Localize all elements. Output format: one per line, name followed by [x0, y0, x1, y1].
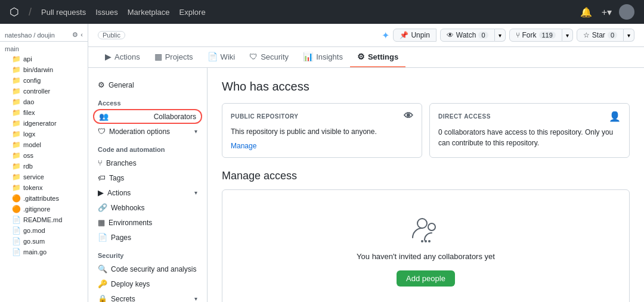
sidebar-item-config[interactable]: 📁config: [0, 75, 88, 86]
tab-label: Settings: [368, 52, 398, 61]
sidebar-item-go-mod[interactable]: 📄go.mod: [0, 225, 88, 236]
star-decoration-icon: ✦: [382, 30, 389, 41]
tags-icon: 🏷: [98, 173, 106, 182]
settings-environments-item[interactable]: ▦Environments: [88, 215, 207, 230]
star-dropdown-caret[interactable]: ▾: [624, 29, 634, 42]
avatar[interactable]: [619, 4, 634, 20]
settings-secrets-item[interactable]: 🔒Secrets ▾: [88, 291, 207, 302]
tab-security[interactable]: 🛡 Security: [242, 47, 296, 67]
fork-button[interactable]: ⑂ Fork 119: [509, 29, 562, 42]
access-cards: PUBLIC REPOSITORY 👁 This repository is p…: [222, 103, 630, 158]
unpin-button[interactable]: 📌 Unpin: [393, 29, 436, 42]
nav-issues[interactable]: Issues: [95, 8, 118, 17]
public-card-description: This repository is public and visible to…: [231, 126, 413, 137]
actions-icon: ▶: [98, 188, 104, 197]
settings-tab-icon: ⚙: [357, 52, 365, 61]
fork-dropdown-caret[interactable]: ▾: [562, 29, 573, 42]
settings-collaborators-item[interactable]: 👥 Collaborators: [93, 109, 202, 124]
tab-settings[interactable]: ⚙ Settings: [350, 47, 405, 67]
deploy-keys-icon: 🔑: [98, 279, 107, 288]
settings-code-security-item[interactable]: 🔍Code security and analysis: [88, 261, 207, 276]
star-button[interactable]: ☆ Star 0: [577, 29, 624, 42]
nav-marketplace[interactable]: Marketplace: [128, 8, 170, 17]
sidebar-item-idgenerator[interactable]: 📁idgenerator: [0, 118, 88, 129]
sidebar-item-logx[interactable]: 📁logx: [0, 129, 88, 139]
pages-label: Pages: [111, 233, 131, 242]
folder-icon: 📁: [12, 55, 21, 63]
collaborators-label: Collaborators: [154, 113, 196, 121]
item-label: .gitattributes: [23, 195, 59, 202]
deploy-keys-label: Deploy keys: [111, 280, 150, 288]
sidebar-item-rdb[interactable]: 📁rdb: [0, 161, 88, 172]
code-security-icon: 🔍: [98, 264, 107, 273]
star-label: Star: [592, 31, 605, 39]
add-people-button[interactable]: Add people: [397, 270, 455, 287]
tab-label: Security: [261, 52, 289, 61]
public-repo-card: PUBLIC REPOSITORY 👁 This repository is p…: [222, 103, 422, 158]
direct-access-card: DIRECT ACCESS 👤 0 collaborators have acc…: [429, 103, 630, 158]
settings-tags-item[interactable]: 🏷Tags: [88, 170, 207, 185]
sidebar-item-bin-darwin[interactable]: 📁bin/darwin: [0, 64, 88, 75]
manage-access-section: Manage access: [222, 170, 630, 302]
security-heading: Security: [88, 250, 207, 261]
code-security-label: Code security and analysis: [111, 265, 196, 273]
sidebar-item-gitignore[interactable]: 🟠.gitignore: [0, 204, 88, 214]
breadcrumb-slash: /: [29, 6, 32, 18]
sidebar-item-service[interactable]: 📁service: [0, 172, 88, 182]
sidebar-item-oss[interactable]: 📁oss: [0, 150, 88, 161]
sidebar-item-dao[interactable]: 📁dao: [0, 96, 88, 107]
settings-actions-item[interactable]: ▶Actions ▾: [88, 185, 207, 200]
branches-icon: ⑂: [98, 158, 103, 167]
sidebar-item-go-sum[interactable]: 📄go.sum: [0, 236, 88, 247]
empty-state-box: You haven't invited any collaborators ye…: [222, 189, 630, 302]
nav-pull-requests[interactable]: Pull requests: [41, 8, 86, 17]
notifications-bell-icon[interactable]: 🔔: [578, 4, 595, 20]
item-label: model: [23, 141, 41, 148]
settings-webhooks-item[interactable]: 🔗Webhooks: [88, 200, 207, 215]
plus-menu-icon[interactable]: +▾: [599, 4, 614, 20]
tab-label: Wiki: [221, 52, 236, 61]
nav-explore[interactable]: Explore: [179, 8, 206, 17]
insights-tab-icon: 📊: [303, 52, 313, 61]
watch-dropdown-caret[interactable]: ▾: [495, 29, 506, 42]
sidebar-header: nateshao / doujin ⚙ ‹: [0, 29, 88, 42]
svg-point-0: [417, 219, 427, 228]
tab-wiki[interactable]: 📄 Wiki: [200, 47, 243, 67]
sidebar-item-model[interactable]: 📁model: [0, 139, 88, 150]
settings-general-item[interactable]: ⚙General: [88, 77, 207, 92]
file-icon: 📄: [12, 248, 21, 256]
settings-pages-item[interactable]: 📄Pages: [88, 230, 207, 245]
sidebar-item-api[interactable]: 📁api: [0, 54, 88, 64]
settings-general-section: ⚙General: [88, 77, 207, 92]
collapse-icon[interactable]: ‹: [80, 31, 83, 39]
sidebar-item-readme[interactable]: 📄README.md: [0, 214, 88, 225]
svg-point-1: [428, 223, 435, 231]
watch-button[interactable]: 👁 Watch 0: [440, 29, 495, 42]
settings-icon[interactable]: ⚙: [72, 31, 78, 39]
secrets-icon: 🔒: [98, 294, 107, 302]
tab-insights[interactable]: 📊 Insights: [296, 47, 350, 67]
settings-deploy-keys-item[interactable]: 🔑Deploy keys: [88, 276, 207, 291]
sidebar-item-main-go[interactable]: 📄main.go: [0, 247, 88, 257]
item-label: README.md: [23, 216, 62, 223]
secrets-caret-icon: ▾: [194, 295, 197, 302]
sidebar-item-controller[interactable]: 📁controller: [0, 86, 88, 96]
item-label: bin/darwin: [23, 66, 53, 73]
settings-layout: ⚙General Access 👥 Collaborators 🛡Moderat…: [88, 68, 644, 302]
tags-label: Tags: [109, 174, 124, 182]
manage-link[interactable]: Manage: [231, 142, 413, 150]
sidebar-item-filex[interactable]: 📁filex: [0, 107, 88, 118]
security-tab-icon: 🛡: [249, 52, 258, 61]
settings-branches-item[interactable]: ⑂Branches: [88, 155, 207, 170]
repo-actions: ✦ 📌 Unpin 👁 Watch 0 ▾ ⑂ Fork 119 ▾ ☆ Sta…: [382, 29, 634, 42]
tab-projects[interactable]: ▦ Projects: [147, 47, 200, 67]
eye-icon: 👁: [404, 111, 414, 122]
folder-icon: 📁: [12, 151, 21, 160]
settings-moderation-item[interactable]: 🛡Moderation options ▾: [88, 124, 207, 139]
github-logo-icon: ⬡: [10, 5, 19, 18]
pages-icon: 📄: [98, 233, 107, 242]
item-label: idgenerator: [23, 120, 57, 127]
tab-actions[interactable]: ▶ Actions: [98, 47, 147, 67]
sidebar-item-gitattributes[interactable]: 🟠.gitattributes: [0, 193, 88, 204]
sidebar-item-tokenx[interactable]: 📁tokenx: [0, 182, 88, 193]
